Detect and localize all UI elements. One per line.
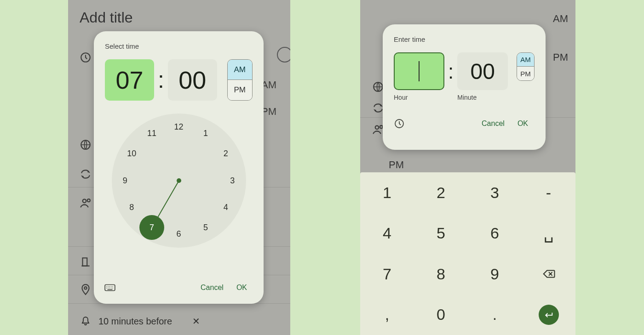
clock-num-6[interactable]: 6 [171,227,187,242]
am-pm-toggle: AM PM [227,59,253,101]
text-cursor [419,61,420,81]
location-icon [80,284,92,295]
ok-button[interactable]: OK [230,279,253,296]
room-icon [80,256,92,268]
key-space[interactable]: ␣ [522,213,575,254]
clock-num-4[interactable]: 4 [218,199,234,215]
cancel-button[interactable]: Cancel [194,279,230,296]
clock-center [177,178,181,183]
hour-input[interactable] [394,52,444,90]
bg-pm-label-2: PM [389,159,404,171]
key-backspace[interactable] [522,254,575,295]
svg-point-5 [84,287,86,289]
key-period[interactable]: . [468,295,522,335]
key-comma[interactable]: , [360,295,414,335]
repeat-icon [80,168,92,180]
clock-num-12[interactable]: 12 [171,119,187,135]
key-0[interactable]: 0 [414,295,468,335]
keyboard-icon[interactable] [104,282,116,294]
clock-icon[interactable] [394,118,405,129]
notification-label: 10 minutes before [98,316,185,327]
time-display-row: 07 : 00 AM PM [105,59,253,101]
phone-left-frame: Add title AM PM 10 minutes before ✕ Sele… [68,0,290,335]
key-dash[interactable]: - [522,172,575,213]
clock-num-3[interactable]: 3 [224,173,240,188]
clock-num-5[interactable]: 5 [198,220,213,235]
hour-label: Hour [394,94,444,101]
dialog-actions: Cancel OK [394,115,535,132]
clock-face[interactable]: 12 1 2 3 4 5 6 7 8 9 10 11 [112,114,246,248]
time-colon: : [157,67,165,93]
close-icon[interactable]: ✕ [192,316,279,327]
clock-num-1[interactable]: 1 [198,126,213,142]
time-input-dialog: Enter time Hour : 00 Minute AM PM Cancel… [383,24,546,150]
cancel-button[interactable]: Cancel [475,115,511,132]
numeric-keypad: 1 2 3 - 4 5 6 ␣ 7 8 9 , 0 . [360,172,575,335]
page-title: Add title [80,9,133,26]
clock-num-7-selected[interactable]: 7 [139,215,164,240]
key-6[interactable]: 6 [468,213,522,254]
svg-point-3 [87,199,90,202]
am-pm-toggle: AM PM [517,52,535,81]
dialog-title: Select time [105,42,253,50]
key-5[interactable]: 5 [414,213,468,254]
all-day-toggle[interactable] [277,47,290,62]
ok-button[interactable]: OK [511,115,535,132]
minute-chip[interactable]: 00 [168,59,217,101]
globe-icon [80,139,92,151]
key-enter[interactable] [522,295,575,335]
key-3[interactable]: 3 [468,172,522,213]
key-7[interactable]: 7 [360,254,414,295]
minute-label: Minute [457,94,508,101]
clock-num-11[interactable]: 11 [144,126,160,142]
clock-num-8[interactable]: 8 [124,199,139,215]
svg-point-2 [83,199,86,203]
svg-rect-4 [83,258,87,266]
bg-am-label-right: AM [553,13,568,25]
am-button[interactable]: AM [228,60,252,80]
clock-num-9[interactable]: 9 [117,173,133,188]
dialog-actions: Cancel OK [104,279,253,296]
bg-pm-label-right: PM [553,51,568,63]
dialog-title: Enter time [394,35,535,43]
svg-point-8 [375,126,379,129]
clock-hand [153,181,179,225]
clock-icon [80,51,92,63]
svg-point-9 [380,125,383,128]
clock-num-2[interactable]: 2 [218,146,234,162]
key-2[interactable]: 2 [414,172,468,213]
notification-row[interactable]: 10 minutes before ✕ [68,309,290,333]
pm-button[interactable]: PM [228,80,252,100]
bell-icon [80,316,91,327]
people-icon [80,197,92,210]
phone-right-frame: AM PM PM Enter time Hour : 00 Minute AM … [360,0,575,335]
hour-chip[interactable]: 07 [105,59,154,101]
key-9[interactable]: 9 [468,254,522,295]
time-picker-dialog: Select time 07 : 00 AM PM 12 1 2 3 4 5 6… [94,31,264,304]
am-button[interactable]: AM [517,53,534,67]
pm-button[interactable]: PM [517,67,534,80]
key-8[interactable]: 8 [414,254,468,295]
clock-num-10[interactable]: 10 [124,146,139,162]
minute-input[interactable]: 00 [457,52,508,90]
key-4[interactable]: 4 [360,213,414,254]
key-1[interactable]: 1 [360,172,414,213]
time-colon: : [447,60,454,83]
time-input-row: Hour : 00 Minute AM PM [394,52,535,101]
